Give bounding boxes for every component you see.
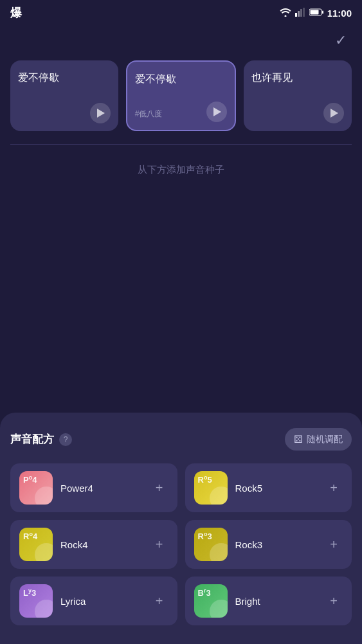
svg-point-0: [284, 15, 286, 17]
add-button-rock4[interactable]: +: [150, 535, 168, 553]
badge-deco-power4: [35, 487, 53, 505]
checkmark-area: ✓: [0, 26, 362, 55]
song-card-3-title: 也许再见: [251, 71, 344, 85]
time: 11:00: [327, 8, 352, 19]
formula-badge-rock4: Ro4: [19, 528, 53, 561]
svg-rect-3: [300, 9, 302, 17]
badge-deco-lyrica: [35, 600, 53, 618]
formula-item-rock3[interactable]: Ro3Rock3+: [185, 520, 352, 569]
song-card-2-title: 爱不停歇: [135, 72, 228, 86]
formula-item-rock4[interactable]: Ro4Rock4+: [10, 520, 177, 569]
badge-label-rock5: Ro5: [198, 475, 212, 484]
signal-icon: [295, 8, 305, 19]
play-button-1[interactable]: [90, 103, 111, 123]
wifi-icon: [280, 8, 291, 19]
formula-name-rock3: Rock3: [235, 539, 318, 550]
add-button-lyrica[interactable]: +: [150, 592, 168, 610]
formula-badge-rock5: Ro5: [194, 471, 228, 505]
formula-name-power4: Power4: [60, 483, 143, 494]
dice-icon: ⚄: [294, 433, 303, 445]
help-button[interactable]: ?: [59, 433, 72, 446]
battery-icon: [309, 8, 323, 18]
panel-title-row: 声音配方 ?: [10, 432, 72, 447]
status-bar: 爆 11:00: [0, 0, 362, 26]
formula-name-bright: Bright: [235, 596, 318, 607]
svg-rect-7: [322, 11, 323, 14]
random-label: 随机调配: [307, 434, 343, 445]
add-button-rock5[interactable]: +: [325, 479, 343, 497]
svg-rect-4: [303, 8, 305, 17]
formula-name-lyrica: Lyrica: [60, 596, 143, 607]
app-name: 爆: [10, 5, 22, 21]
status-right: 11:00: [280, 8, 352, 19]
song-cards-area: 爱不停歇 爱不停歇 #低八度 也许再见: [0, 60, 362, 131]
play-button-3[interactable]: [323, 103, 344, 123]
panel-header: 声音配方 ? ⚄ 随机调配: [10, 428, 352, 451]
formula-item-bright[interactable]: Br3Bright+: [185, 577, 352, 625]
add-button-rock3[interactable]: +: [325, 535, 343, 553]
formula-name-rock4: Rock4: [60, 539, 143, 550]
add-button-bright[interactable]: +: [325, 592, 343, 610]
random-button[interactable]: ⚄ 随机调配: [285, 428, 352, 451]
badge-label-bright: Br3: [198, 588, 211, 597]
song-card-3[interactable]: 也许再见: [244, 60, 352, 131]
badge-label-lyrica: Ly3: [23, 588, 36, 597]
formula-item-lyrica[interactable]: Ly3Lyrica+: [10, 577, 177, 625]
add-button-power4[interactable]: +: [150, 479, 168, 497]
bottom-panel: 声音配方 ? ⚄ 随机调配 Po4Power4+Ro5Rock5+Ro4Rock…: [0, 413, 362, 644]
badge-label-power4: Po4: [23, 475, 37, 484]
formula-badge-bright: Br3: [194, 584, 228, 618]
formula-badge-lyrica: Ly3: [19, 584, 53, 618]
formula-item-power4[interactable]: Po4Power4+: [10, 463, 177, 512]
song-cards-container: 爱不停歇 爱不停歇 #低八度 也许再见: [10, 60, 352, 131]
formula-badge-power4: Po4: [19, 471, 53, 505]
svg-rect-1: [295, 13, 297, 17]
song-card-2[interactable]: 爱不停歇 #低八度: [126, 60, 237, 131]
panel-title: 声音配方: [10, 432, 54, 447]
badge-deco-rock4: [35, 543, 53, 561]
confirm-button[interactable]: ✓: [335, 32, 347, 49]
badge-deco-rock3: [210, 543, 228, 561]
formula-grid: Po4Power4+Ro5Rock5+Ro4Rock4+Ro3Rock3+Ly3…: [10, 463, 352, 625]
song-card-1[interactable]: 爱不停歇: [10, 60, 118, 131]
formula-badge-rock3: Ro3: [194, 528, 228, 561]
badge-label-rock4: Ro4: [23, 532, 37, 541]
svg-rect-2: [298, 11, 300, 17]
formula-name-rock5: Rock5: [235, 483, 318, 494]
badge-deco-bright: [210, 600, 228, 618]
formula-item-rock5[interactable]: Ro5Rock5+: [185, 463, 352, 512]
svg-rect-6: [310, 10, 318, 15]
badge-deco-rock5: [210, 487, 228, 505]
song-card-1-title: 爱不停歇: [18, 71, 111, 85]
empty-hint: 从下方添加声音种子: [0, 164, 362, 176]
badge-label-rock3: Ro3: [198, 532, 212, 541]
divider: [10, 144, 352, 145]
